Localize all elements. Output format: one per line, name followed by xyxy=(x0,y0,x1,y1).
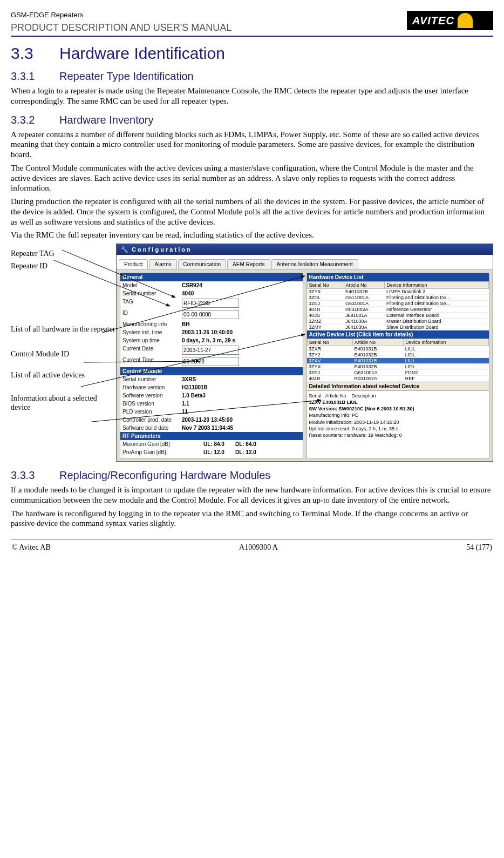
input-current-date[interactable] xyxy=(182,346,239,355)
table-row[interactable]: 3ZYXE401032BLIDL xyxy=(307,364,489,370)
tab-aem-reports[interactable]: AEM Reports xyxy=(227,259,270,269)
para: When a login to a repeater is made using… xyxy=(11,86,493,106)
table-row[interactable]: 3ZY2E401032BLIDL xyxy=(307,352,489,358)
table-row[interactable]: 404RR031002AReference Generator xyxy=(307,307,489,313)
table-row[interactable]: 3ZMZJ641030AMaster Distribution Board xyxy=(307,319,489,325)
detail-panel: Serial Article No Description 3ZXV E4010… xyxy=(307,391,489,440)
label-current-date: Current Date xyxy=(122,346,182,355)
value-rf-maxgain-ul: UL: 84.0 xyxy=(203,441,224,447)
callout-hardware-list: List of all hardware in the repeater xyxy=(11,325,116,334)
value-mfg-info: BH xyxy=(182,321,189,327)
value-sys-up-time: 0 days, 2 h, 3 m, 29 s xyxy=(182,337,235,343)
footer-doc-number: A1009300 A xyxy=(239,543,278,552)
section-3-3-2-heading: 3.3.2Hardware Inventory xyxy=(11,114,493,126)
label-cm-sw: Software version xyxy=(122,393,182,398)
label-tag: TAG xyxy=(122,299,182,308)
table-row[interactable]: 3ZEJG631001AFDM1 xyxy=(307,370,489,376)
screenshot-rmc-config: 🔧 C o n f i g u r a t i o n Product Alar… xyxy=(116,244,493,462)
label-rf-loss: Loss after PA [dB] xyxy=(122,457,203,458)
label-cm-pld: PLD version xyxy=(122,409,182,415)
value-rf-maxgain-dl: DL: 84.0 xyxy=(235,441,256,447)
section-hardware-device-list: Hardware Device List xyxy=(307,273,489,281)
table-row[interactable]: 3ZYXE401032BLIMPA Downlink 2 xyxy=(307,289,489,295)
label-serial-number: Serial number xyxy=(122,290,182,296)
detail-col-serial: Serial xyxy=(309,393,322,398)
value-cm-sw: 1.0 Beta3 xyxy=(182,393,206,398)
footer-copyright: © Avitec AB xyxy=(12,543,51,552)
col-serial[interactable]: Serial No xyxy=(307,282,344,289)
value-cm-prod-date: 2003-11-20 13:45:00 xyxy=(182,417,233,423)
input-current-time[interactable] xyxy=(182,357,239,366)
col-serial[interactable]: Serial No xyxy=(307,339,353,346)
detail-row: 3ZXV E401031B LIUL xyxy=(309,399,487,406)
value-cm-sn: 3XRS xyxy=(182,376,196,382)
label-sys-init-time: System init. time xyxy=(122,329,182,335)
value-cm-pld: 11 xyxy=(182,409,188,415)
tab-antenna-isolation[interactable]: Antenna Isolation Measurement xyxy=(271,259,358,269)
detail-uptime: Uptime since reset: 0 days, 2 h, 1 m, 35… xyxy=(309,425,487,432)
table-row[interactable]: 3ZMYJ641030ASlave Distribution Board xyxy=(307,325,489,330)
para: The Control Module communicates with the… xyxy=(11,163,493,193)
table-row[interactable]: 3ZXVE401031BLIUL xyxy=(307,358,489,364)
tab-communication[interactable]: Communication xyxy=(178,259,226,269)
section-3-3-1-heading: 3.3.1Repeater Type Identification xyxy=(11,70,493,83)
label-rf-preamp: PreAmp Gain [dB] xyxy=(122,449,203,455)
section-title: Hardware Identification xyxy=(59,44,225,62)
table-row[interactable]: 3ZXRE401031BLIUL xyxy=(307,346,489,352)
section-number: 3.3.3 xyxy=(11,469,59,482)
label-id: ID xyxy=(122,310,182,319)
value-cm-bios: 1.1 xyxy=(182,401,189,407)
section-number: 3.3.1 xyxy=(11,70,59,83)
value-rf-loss-dl: DL: 8.0 xyxy=(235,457,253,458)
footer-page-number: 54 (177) xyxy=(466,543,492,552)
col-article[interactable]: Article No xyxy=(344,282,385,289)
value-rf-preamp-dl: DL: 12.0 xyxy=(235,449,256,455)
callout-selected-device-info: Information about a selected device xyxy=(11,394,116,413)
detail-reset-counters: Reset counters: Hardware: 19 Watchdog: 0 xyxy=(309,432,487,438)
table-row[interactable]: 403SJ691001AExternal Interface Board xyxy=(307,313,489,319)
label-model: Model xyxy=(122,282,182,288)
section-control-module: Control Module xyxy=(120,367,303,375)
label-cm-bios: BIOS version xyxy=(122,401,182,407)
label-cm-build-date: Software build date xyxy=(122,425,182,431)
section-general: General xyxy=(120,273,303,281)
section-title: Hardware Inventory xyxy=(59,114,154,126)
tab-product[interactable]: Product xyxy=(119,259,148,269)
input-tag[interactable] xyxy=(182,299,239,308)
value-model: CSR924 xyxy=(182,282,202,288)
detail-col-desc: Description xyxy=(352,393,376,398)
value-cm-hw: H311001B xyxy=(182,384,208,390)
col-info[interactable]: Device Information xyxy=(404,339,489,346)
callout-control-module-id: Control Module ID xyxy=(11,350,116,359)
label-cm-hw: Hardware version xyxy=(122,384,182,390)
input-id[interactable] xyxy=(182,310,239,319)
label-current-time: Current Time xyxy=(122,357,182,366)
value-serial-number: 4040 xyxy=(182,290,194,296)
logo: AVITEC xyxy=(407,11,493,30)
para: Via the RMC the full repeater inventory … xyxy=(11,230,493,240)
label-cm-sn: Serial number xyxy=(122,376,182,382)
section-number: 3.3 xyxy=(11,44,59,63)
detail-col-article: Article No xyxy=(325,393,346,398)
label-cm-prod-date: Controller prod. date xyxy=(122,417,182,423)
window-title: C o n f i g u r a t i o n xyxy=(132,246,190,253)
logo-sun-icon xyxy=(458,13,473,28)
table-hardware-devices: Serial NoArticle NoDevice Information 3Z… xyxy=(307,281,489,330)
col-article[interactable]: Article No xyxy=(353,339,404,346)
table-row[interactable]: 404RR031002AREF xyxy=(307,376,489,382)
table-active-devices: Serial NoArticle NoDevice Information 3Z… xyxy=(307,339,489,382)
detail-mfg-info: Manufactoring Info: PE xyxy=(309,412,487,418)
value-rf-preamp-ul: UL: 12.0 xyxy=(203,449,224,455)
value-cm-build-date: Nov 7 2003 11:04:45 xyxy=(182,425,233,431)
para: A repeater contains a number of differen… xyxy=(11,130,493,160)
col-info[interactable]: Device Information xyxy=(385,282,489,289)
table-row[interactable]: 3ZEJG631001AFiltering and Distribution S… xyxy=(307,301,489,307)
section-detailed-info: Detailed Information about selected Devi… xyxy=(307,382,489,391)
tab-alarms[interactable]: Alarms xyxy=(149,259,176,269)
para: The hardware is reconfigured by logging … xyxy=(11,509,493,529)
detail-module-init: Module initialization: 2003-11-19 14:16:… xyxy=(309,419,487,425)
logo-text: AVITEC xyxy=(412,15,454,27)
section-3-3-3-heading: 3.3.3Replacing/Reconfiguring Hardware Mo… xyxy=(11,469,493,482)
window-icon: 🔧 xyxy=(121,246,128,253)
table-row[interactable]: 3ZDLG611001AFiltering and Distribution D… xyxy=(307,295,489,301)
